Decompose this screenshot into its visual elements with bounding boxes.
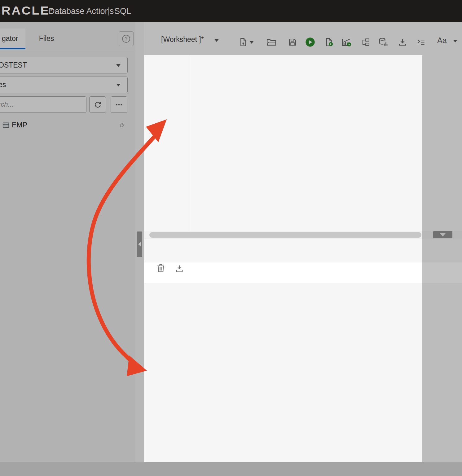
chevron-down-icon (440, 233, 446, 236)
new-worksheet-button[interactable] (237, 37, 249, 48)
more-options-button[interactable] (111, 96, 127, 113)
new-worksheet-caret[interactable] (248, 37, 255, 48)
save-button[interactable] (287, 37, 298, 48)
chevron-down-icon (116, 64, 121, 67)
worksheet-title[interactable]: [Worksheet ]* (161, 35, 204, 44)
format-icon (416, 37, 426, 47)
chevron-down-icon (116, 84, 121, 86)
output-actions (144, 262, 462, 283)
oracle-logo: ORACLE® (0, 4, 53, 17)
sidebar: gator Files ? OSTEST es rch... (0, 22, 135, 462)
svg-text:?: ? (125, 36, 127, 42)
worksheet-toolbar: [Worksheet ]* (144, 22, 462, 55)
chevron-left-icon (138, 242, 141, 246)
refresh-button[interactable] (89, 96, 106, 113)
autotrace-button[interactable] (378, 37, 389, 48)
open-file-button[interactable] (266, 37, 277, 48)
gutter-separator (189, 55, 189, 231)
object-type-select[interactable]: es (0, 77, 128, 93)
save-icon (288, 37, 297, 47)
schema-select[interactable]: OSTEST (0, 57, 128, 73)
font-size-button[interactable]: Aa (437, 36, 447, 45)
results-collapse-button[interactable] (433, 231, 452, 238)
trash-icon[interactable] (156, 263, 166, 273)
plan-diagram-icon (360, 37, 370, 47)
autotrace-icon (378, 37, 388, 47)
refresh-icon (93, 100, 102, 109)
run-statement-button[interactable] (305, 37, 316, 48)
download-icon[interactable] (174, 264, 184, 273)
editor-hscrollbar-thumb[interactable] (149, 232, 421, 238)
new-worksheet-icon (238, 37, 248, 47)
worksheet-panel (144, 22, 462, 462)
worksheet-menu-caret[interactable] (214, 39, 219, 42)
download-editor-button[interactable] (397, 37, 408, 48)
window-footer (0, 462, 462, 476)
splitter-collapse-handle[interactable] (137, 231, 142, 257)
run-statement-icon (305, 37, 315, 47)
help-button[interactable]: ? (119, 31, 134, 46)
open-folder-icon (266, 37, 277, 47)
help-icon: ? (121, 34, 131, 43)
title-separator: | (108, 6, 110, 16)
more-icon (115, 100, 123, 109)
download-icon (398, 37, 407, 47)
divider (0, 51, 135, 51)
explain-plan-button[interactable] (341, 37, 352, 48)
plan-diagram-button[interactable] (360, 37, 371, 48)
plug-icon (118, 122, 125, 129)
sidebar-tab-files[interactable]: Files (34, 29, 59, 48)
font-size-caret[interactable] (453, 40, 457, 42)
context-title: SQL (114, 7, 131, 16)
active-tab-underline (0, 48, 25, 49)
object-list-item-emp[interactable]: EMP (0, 120, 135, 131)
run-script-icon (324, 37, 334, 47)
run-script-button[interactable] (323, 37, 335, 48)
explain-plan-icon (341, 37, 352, 47)
app-window: ORACLE® Database Actions | SQL gator Fil… (0, 0, 462, 476)
product-title: Database Actions (49, 7, 114, 16)
sidebar-tab-navigator[interactable]: gator (0, 29, 25, 48)
top-bar: ORACLE® Database Actions | SQL (0, 0, 462, 22)
table-icon (2, 121, 10, 129)
chevron-down-icon (249, 41, 254, 44)
format-button[interactable] (416, 37, 427, 48)
search-input[interactable]: rch... (0, 96, 86, 113)
